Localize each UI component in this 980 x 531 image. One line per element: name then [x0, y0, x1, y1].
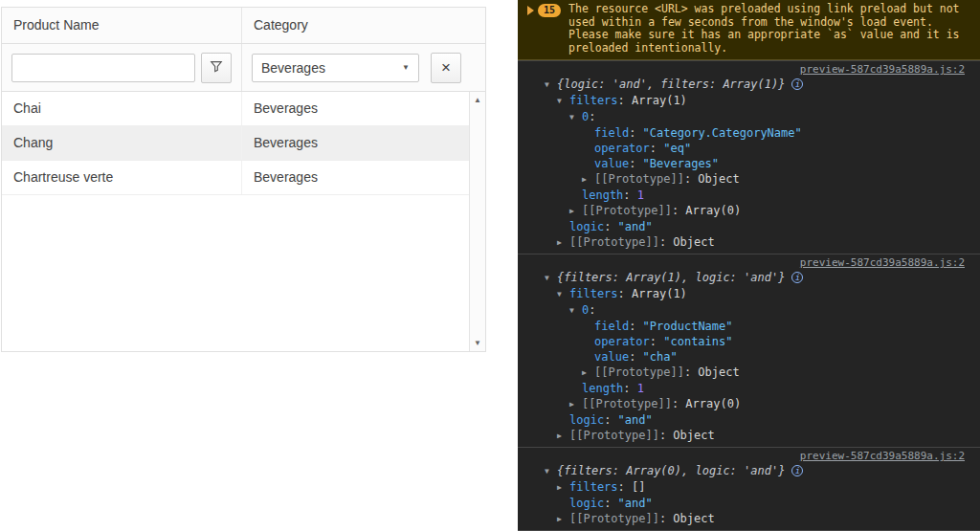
- expand-arrow-icon[interactable]: ▶: [557, 235, 569, 251]
- console-tree-row: ▼{filters: Array(1), logic: 'and'}i: [518, 270, 980, 286]
- column-header-product-name[interactable]: Product Name: [2, 8, 241, 43]
- collapse-arrow-icon[interactable]: ▼: [557, 287, 569, 302]
- collapse-arrow-icon[interactable]: ▼: [557, 94, 569, 109]
- product-filter-cell: [2, 44, 241, 91]
- property-name: logic: [569, 413, 604, 427]
- source-link-row: preview-587cd39a5889a.js:2: [518, 254, 980, 270]
- product-name-cell: Chai: [2, 92, 241, 125]
- value-text: :: [604, 497, 617, 510]
- value-text: :: [604, 413, 617, 427]
- collapse-arrow-icon[interactable]: ▼: [569, 303, 582, 319]
- expand-arrow-icon[interactable]: ▶: [557, 429, 569, 444]
- console-tree-row: field: "Category.CategoryName": [518, 125, 980, 141]
- value-text: :: [623, 188, 636, 202]
- console-entry: preview-587cd39a5889a.js:2▼{filters: Arr…: [518, 254, 980, 447]
- info-icon[interactable]: i: [791, 272, 803, 283]
- table-row[interactable]: ChaiBeverages: [2, 92, 469, 126]
- value-text: : Array(1): [618, 287, 687, 300]
- products-grid: Product Name Category Beverages ▼: [1, 7, 486, 352]
- value-text: :: [629, 126, 642, 140]
- clear-category-filter-button[interactable]: ×: [431, 53, 461, 83]
- console-tree-row: ▶[[Prototype]]: Object: [518, 428, 980, 444]
- console-tree-row: field: "ProductName": [518, 319, 980, 334]
- console-tree-row: operator: "eq": [518, 141, 980, 156]
- expand-arrow-icon[interactable]: ▶: [582, 172, 594, 188]
- property-name: length: [582, 188, 623, 202]
- collapse-arrow-icon[interactable]: ▼: [545, 464, 557, 479]
- info-icon[interactable]: i: [791, 465, 803, 476]
- property-name: operator: [594, 142, 650, 155]
- object-preview: {filters: Array(0), logic: 'and'}: [557, 464, 785, 477]
- value-text: :: [629, 350, 642, 364]
- number-value: 1: [637, 382, 644, 395]
- console-entry: preview-587cd39a5889a.js:2▼{filters: Arr…: [518, 447, 980, 530]
- value-text: :: [589, 303, 595, 317]
- expand-arrow-icon[interactable]: ▶: [557, 512, 569, 527]
- console-tree-row: logic: "and": [518, 496, 980, 511]
- console-tree-row: ▼0:: [518, 109, 980, 125]
- string-value: "and": [618, 497, 653, 510]
- source-location-link[interactable]: preview-587cd39a5889a.js:2: [800, 450, 965, 462]
- warning-text: The resource <URL> was preloaded using l…: [568, 3, 972, 55]
- value-text: : Array(0): [672, 397, 741, 410]
- scroll-up-icon[interactable]: ▲: [474, 92, 481, 108]
- product-name-cell: Chartreuse verte: [2, 161, 241, 194]
- collapse-arrow-icon[interactable]: ▼: [545, 271, 557, 286]
- category-filter-dropdown[interactable]: Beverages ▼: [252, 54, 419, 82]
- number-value: 1: [637, 188, 644, 202]
- grid-filter-row: Beverages ▼ ×: [2, 44, 485, 92]
- console-entry: preview-587cd39a5889a.js:2▼{logic: 'and'…: [518, 60, 980, 254]
- product-name-filter-input[interactable]: [11, 54, 195, 82]
- collapse-arrow-icon[interactable]: ▼: [569, 110, 582, 125]
- source-location-link[interactable]: preview-587cd39a5889a.js:2: [800, 256, 965, 269]
- table-row[interactable]: Chartreuse verteBeverages: [2, 161, 469, 195]
- value-text: : []: [618, 480, 646, 494]
- source-location-link[interactable]: preview-587cd39a5889a.js:2: [800, 63, 965, 76]
- grid-panel: Product Name Category Beverages ▼: [0, 0, 518, 531]
- string-value: "cha": [643, 350, 678, 364]
- warning-count-badge: 15: [538, 4, 561, 17]
- info-icon[interactable]: i: [791, 78, 803, 90]
- expand-arrow-icon[interactable]: ▶: [557, 480, 569, 496]
- grid-rows: ChaiBeveragesChangBeveragesChartreuse ve…: [2, 92, 469, 195]
- scroll-down-icon[interactable]: ▼: [474, 335, 481, 351]
- product-name-cell: Chang: [2, 126, 241, 160]
- console-warning[interactable]: 15 The resource <URL> was preloaded usin…: [518, 0, 980, 60]
- grid-header: Product Name Category: [2, 8, 485, 44]
- column-header-category[interactable]: Category: [241, 8, 485, 43]
- value-text: : Object: [684, 172, 740, 186]
- value-text: :: [604, 220, 617, 233]
- value-text: :: [650, 335, 663, 348]
- expand-arrow-icon[interactable]: ▶: [569, 397, 582, 412]
- console-tree-row: ▶[[Prototype]]: Object: [518, 171, 980, 188]
- console-tree-row: operator: "contains": [518, 334, 980, 349]
- console-entries: preview-587cd39a5889a.js:2▼{logic: 'and'…: [518, 60, 980, 530]
- string-value: "and": [618, 413, 653, 427]
- expand-arrow-icon[interactable]: ▶: [582, 365, 594, 381]
- table-row[interactable]: ChangBeverages: [2, 126, 469, 161]
- property-name: filters: [569, 287, 618, 300]
- category-cell: Beverages: [241, 126, 469, 160]
- console-tree-row: ▶[[Prototype]]: Object: [518, 234, 980, 251]
- console-tree-row: ▶[[Prototype]]: Array(0): [518, 203, 980, 219]
- warning-expand-icon[interactable]: [527, 6, 534, 15]
- console-tree-row: ▶[[Prototype]]: Object: [518, 511, 980, 527]
- console-tree-row: value: "Beverages": [518, 156, 980, 171]
- prototype-label: [[Prototype]]: [582, 397, 672, 410]
- console-tree-row: logic: "and": [518, 219, 980, 234]
- console-tree-row: ▼0:: [518, 302, 980, 319]
- console-tree-row: ▶[[Prototype]]: Object: [518, 365, 980, 381]
- vertical-scrollbar[interactable]: ▲ ▼: [469, 92, 485, 351]
- product-filter-button[interactable]: [201, 53, 232, 83]
- string-value: "contains": [663, 335, 732, 348]
- value-text: : Object: [684, 365, 740, 379]
- property-name: logic: [569, 497, 604, 510]
- object-preview: {logic: 'and', filters: Array(1)}: [557, 77, 785, 91]
- prototype-label: [[Prototype]]: [569, 512, 659, 525]
- string-value: "Category.CategoryName": [643, 126, 802, 140]
- collapse-arrow-icon[interactable]: ▼: [545, 77, 557, 93]
- grid-body: ChaiBeveragesChangBeveragesChartreuse ve…: [2, 92, 485, 351]
- property-name: logic: [569, 220, 604, 233]
- expand-arrow-icon[interactable]: ▶: [569, 204, 582, 219]
- filter-funnel-icon: [210, 59, 223, 76]
